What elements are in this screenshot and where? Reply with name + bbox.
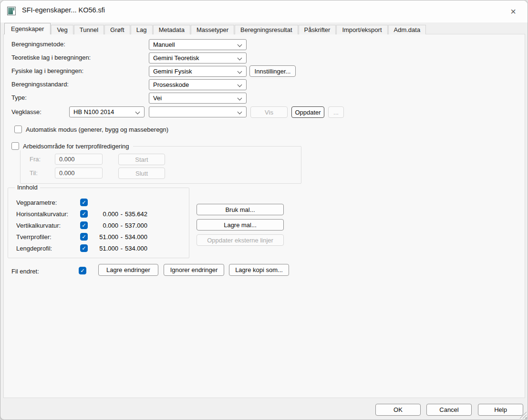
slutt-button[interactable]: Slutt [118,168,165,179]
chevron-down-icon [238,83,242,87]
horisontalkurvatur-range: 0.000 - 535.642 [91,210,147,218]
help-button[interactable]: Help [478,404,523,416]
fra-label: Fra: [30,156,41,163]
vegklasse-variant-select[interactable] [149,106,247,117]
check-icon: ✓ [82,199,86,206]
check-icon: ✓ [82,210,86,217]
tab-lag[interactable]: Lag [131,25,153,34]
fysiske-lag-select[interactable]: Gemini Fysisk [149,66,247,77]
chevron-down-icon [238,42,242,47]
chevron-down-icon [238,56,242,61]
chevron-down-icon [238,96,242,101]
bruk-mal-button[interactable]: Bruk mal... [197,204,284,215]
innhold-legend: Innhold [15,184,40,191]
ignorer-endringer-button[interactable]: Ignorer endringer [164,264,224,276]
type-select[interactable]: Vei [149,93,247,104]
vegparametre-label: Vegparametre: [16,199,57,206]
horisontalkurvatur-checkbox[interactable]: ✓ [80,210,88,218]
vis-button[interactable]: Vis [250,106,288,118]
check-icon: ✓ [80,267,85,274]
vertikalkurvatur-checkbox[interactable]: ✓ [80,221,88,229]
cancel-button[interactable]: Cancel [426,404,472,416]
tab-massetyper[interactable]: Massetyper [191,25,234,34]
fysiske-lag-label: Fysiske lag i beregningen: [11,67,83,74]
vegklasse-label: Vegklasse: [11,108,41,116]
lagre-kopi-som-button[interactable]: Lagre kopi som... [229,264,289,276]
fil-endret-checkbox[interactable]: ✓ [79,267,86,274]
lengdeprofil-range: 51.000 - 534.000 [91,245,147,252]
check-icon: ✓ [82,222,86,229]
lengdeprofil-checkbox[interactable]: ✓ [80,244,88,252]
tab-veg[interactable]: Veg [51,25,73,34]
tab-strip: Egenskaper Veg Tunnel Grøft Lag Metadata… [4,23,426,34]
dialog-window: SFI-egenskaper... KO56.sfi × Egenskaper … [0,0,528,420]
tab-paskrifter[interactable]: Påskrifter [299,25,336,34]
beregningsmetode-label: Beregningsmetode: [11,41,65,48]
tverrprofiler-checkbox[interactable]: ✓ [80,233,88,241]
chevron-down-icon [238,69,242,74]
oppdater-eksterne-linjer-button[interactable]: Oppdater eksterne linjer [197,234,284,246]
tab-beregningsresultat[interactable]: Beregningsresultat [235,25,298,34]
vertikalkurvatur-range: 0.000 - 537.000 [91,222,147,229]
tab-import-eksport[interactable]: Import/eksport [336,25,387,34]
til-input[interactable]: 0.000 [55,168,103,178]
tab-page-egenskaper: Beregningsmetode: Manuell Teoretiske lag… [3,34,525,398]
arbeidsomrade-checkbox[interactable] [11,142,19,150]
teoretiske-lag-label: Teoretiske lag i beregningen: [11,54,91,61]
automatisk-modus-label: Automatisk modus (generer, bygg og masse… [26,126,168,133]
horisontalkurvatur-label: Horisontalkurvatur: [16,210,68,218]
tab-metadata[interactable]: Metadata [153,25,190,34]
vertikalkurvatur-label: Vertikalkurvatur: [16,222,61,229]
ok-button[interactable]: OK [375,404,421,416]
window-title: SFI-egenskaper... KO56.sfi [22,6,105,14]
automatisk-modus-checkbox[interactable] [14,126,22,133]
tab-adm-data[interactable]: Adm.data [388,25,426,34]
lagre-mal-button[interactable]: Lagre mal... [197,219,284,231]
oppdater-button[interactable]: Oppdater [291,106,324,118]
fil-endret-label: Fil endret: [11,268,39,275]
check-icon: ✓ [82,245,86,252]
title-bar: SFI-egenskaper... KO56.sfi × [0,0,528,22]
beregningsmetode-select[interactable]: Manuell [149,39,247,50]
arbeidsomrade-label: Arbeidsområde for tverrprofilredigering [23,143,129,150]
chevron-down-icon [238,110,242,115]
more-button[interactable]: ... [328,106,344,118]
app-icon [7,7,16,15]
fra-input[interactable]: 0.000 [55,154,103,165]
start-button[interactable]: Start [118,154,165,165]
lengdeprofil-label: Lengdeprofil: [16,245,52,252]
chevron-down-icon [135,110,140,115]
lagre-endringer-button[interactable]: Lagre endringer [98,264,158,276]
close-icon[interactable]: × [505,4,522,19]
tab-egenskaper[interactable]: Egenskaper [4,23,51,34]
teoretiske-lag-select[interactable]: Gemini Teoretisk [149,52,247,63]
tverrprofiler-label: Tverrprofiler: [16,233,52,241]
check-icon: ✓ [82,233,86,240]
innstillinger-button[interactable]: Innstillinger... [249,65,296,77]
tab-groft[interactable]: Grøft [104,25,130,34]
vegklasse-select[interactable]: HB N100 2014 [69,106,145,117]
tab-tunnel[interactable]: Tunnel [74,25,104,34]
type-label: Type: [11,94,27,101]
tverrprofiler-range: 51.000 - 534.000 [91,233,147,241]
beregningsstandard-label: Beregningsstandard: [11,81,69,88]
vegparametre-checkbox[interactable]: ✓ [80,199,88,206]
til-label: Til: [30,169,38,177]
beregningsstandard-select[interactable]: Prosesskode [149,79,247,90]
